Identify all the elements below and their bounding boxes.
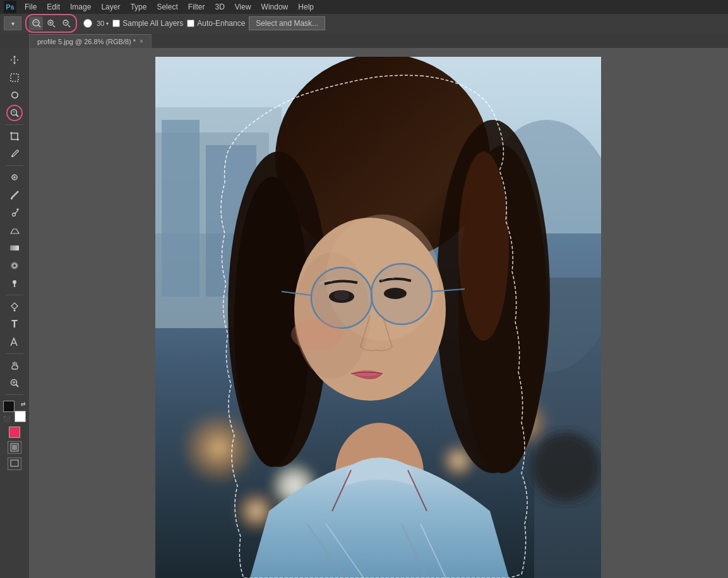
swap-colors-icon[interactable]: ⇄	[21, 401, 26, 407]
quick-select-tool-btn[interactable]	[29, 16, 43, 30]
brush-size-dropdown-arrow[interactable]: ▾	[106, 21, 109, 27]
svg-rect-31	[11, 460, 18, 466]
tool-preset-picker[interactable]: ▾	[4, 16, 21, 30]
svg-line-11	[16, 115, 19, 117]
svg-point-53	[458, 151, 509, 341]
foreground-color-swatch[interactable]	[3, 401, 15, 412]
photo-canvas	[155, 57, 601, 578]
left-toolbar: T ⇄ ⬛	[0, 48, 29, 578]
menu-edit[interactable]: Edit	[42, 1, 64, 13]
add-selection-tool-btn[interactable]	[44, 16, 58, 30]
svg-point-18	[13, 213, 16, 216]
menu-view[interactable]: View	[230, 1, 256, 13]
tool-eyedropper[interactable]	[6, 146, 23, 162]
sample-all-layers-label[interactable]: Sample All Layers	[112, 19, 183, 28]
mask-overlay-color[interactable]	[9, 427, 20, 438]
menu-3d[interactable]: 3D	[210, 1, 229, 13]
tool-crop[interactable]	[6, 128, 23, 144]
menu-select[interactable]: Select	[152, 1, 182, 13]
brush-size-value: 30	[97, 20, 104, 27]
screen-mode-btn[interactable]	[8, 457, 21, 470]
menu-layer[interactable]: Layer	[97, 1, 124, 13]
svg-point-21	[13, 264, 16, 268]
menu-help[interactable]: Help	[294, 1, 318, 13]
svg-point-0	[33, 20, 39, 26]
select-and-mask-button[interactable]: Select and Mask...	[249, 16, 325, 30]
tool-dodge[interactable]	[6, 275, 23, 292]
ps-logo: Ps	[4, 1, 16, 13]
svg-rect-9	[11, 74, 18, 81]
svg-point-23	[14, 310, 16, 312]
svg-point-10	[11, 110, 17, 115]
auto-enhance-label[interactable]: Auto-Enhance	[187, 19, 245, 28]
tool-zoom[interactable]	[6, 375, 23, 391]
tool-text[interactable]: T	[6, 316, 23, 333]
color-swatches: ⇄ ⬛	[3, 401, 26, 422]
svg-point-68	[371, 264, 432, 324]
svg-point-71	[291, 319, 342, 350]
tool-healing[interactable]	[6, 169, 23, 186]
svg-rect-37	[162, 120, 200, 297]
toolbar-separator-5	[6, 394, 23, 395]
toolbar-separator-4	[6, 353, 23, 354]
svg-point-16	[11, 198, 13, 199]
photo-content	[155, 57, 601, 578]
svg-line-1	[39, 25, 40, 27]
brush-size-preview	[81, 16, 95, 30]
svg-point-12	[11, 155, 13, 157]
brush-tool-group	[25, 14, 77, 33]
menu-image[interactable]: Image	[66, 1, 95, 13]
toolbar-separator-1	[6, 124, 23, 125]
svg-line-7	[68, 25, 70, 27]
subtract-selection-tool-btn[interactable]	[59, 16, 73, 30]
tool-quick-select[interactable]	[6, 105, 23, 121]
svg-rect-19	[10, 245, 19, 251]
document-tab[interactable]: profile 5.jpg @ 26.8% (RGB/8) * ×	[29, 34, 152, 48]
default-colors-icon[interactable]: ⬛	[3, 416, 10, 422]
tab-title: profile 5.jpg @ 26.8% (RGB/8) *	[37, 38, 136, 45]
tool-marquee[interactable]	[6, 69, 23, 86]
tab-bar: profile 5.jpg @ 26.8% (RGB/8) * ×	[0, 33, 728, 48]
svg-point-22	[13, 280, 16, 284]
svg-rect-30	[12, 445, 17, 450]
svg-point-47	[531, 432, 600, 502]
menu-filter[interactable]: Filter	[184, 1, 210, 13]
toolbar-separator-3	[6, 295, 23, 295]
tool-brush[interactable]	[6, 187, 23, 203]
tool-pen[interactable]	[6, 298, 23, 315]
background-color-swatch[interactable]	[15, 411, 26, 422]
tool-move[interactable]	[6, 52, 23, 68]
tool-path-select[interactable]	[6, 334, 23, 350]
quick-mask-mode-btn[interactable]	[8, 441, 21, 454]
menu-bar: Ps File Edit Image Layer Type Select Fil…	[0, 0, 728, 14]
tool-gradient[interactable]	[6, 240, 23, 256]
brush-size-control: 30 ▾	[81, 16, 109, 30]
canvas-area	[29, 48, 728, 578]
options-bar: ▾	[0, 14, 728, 33]
menu-type[interactable]: Type	[126, 1, 151, 13]
menu-window[interactable]: Window	[257, 1, 293, 13]
tool-eraser[interactable]	[6, 222, 23, 239]
svg-line-26	[16, 385, 19, 387]
toolbar-separator-2	[6, 165, 23, 166]
tool-lasso[interactable]	[6, 87, 23, 103]
tab-close-btn[interactable]: ×	[140, 38, 143, 45]
auto-enhance-checkbox[interactable]	[187, 20, 194, 27]
tool-blur[interactable]	[6, 257, 23, 274]
menu-file[interactable]: File	[20, 1, 41, 13]
svg-line-3	[53, 25, 55, 27]
sample-all-layers-checkbox[interactable]	[112, 20, 120, 27]
tool-hand[interactable]	[6, 357, 23, 374]
tool-clone[interactable]	[6, 204, 23, 221]
